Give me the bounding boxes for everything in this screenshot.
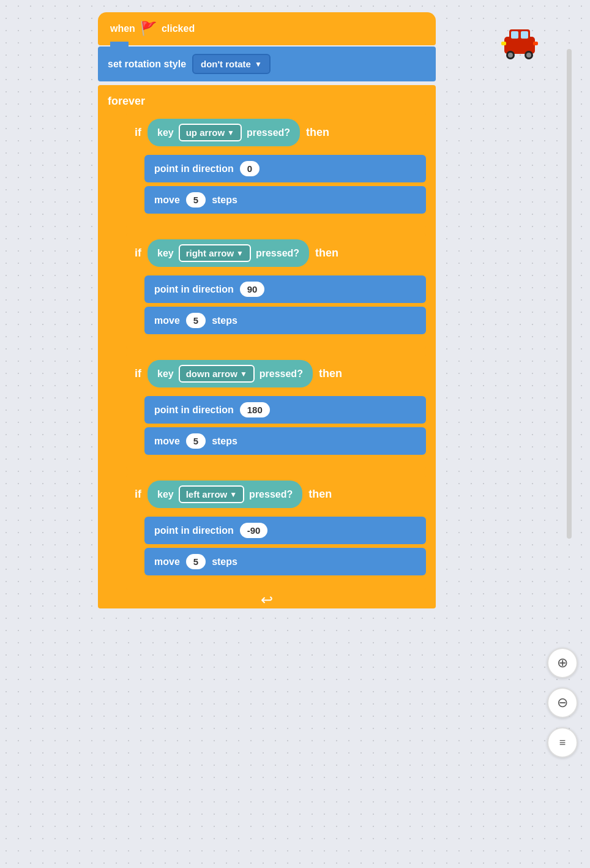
right-arrow-value: right arrow (186, 248, 234, 258)
if-label-2: if (135, 367, 141, 380)
forever-label: forever (108, 91, 426, 113)
key-label-2: key (157, 369, 174, 380)
if-label-1: if (135, 247, 141, 260)
rotation-style-dropdown[interactable]: don't rotate ▼ (192, 54, 271, 74)
move-label-3: move (154, 556, 180, 567)
pressed-label-0: pressed? (247, 127, 290, 138)
point-direction-block-1: point in direction 90 (144, 275, 426, 303)
svg-rect-2 (511, 31, 518, 39)
key-pressed-condition-1: key right arrow ▼ pressed? (148, 239, 309, 267)
set-rotation-block: set rotation style don't rotate ▼ (98, 47, 436, 81)
zoom-out-icon: ⊖ (557, 695, 568, 711)
pressed-label-1: pressed? (256, 248, 299, 259)
key-pressed-condition-2: key down arrow ▼ pressed? (148, 360, 313, 387)
steps-label-0: steps (212, 195, 237, 206)
scrollbar[interactable] (567, 49, 572, 539)
down-arrow-value: down arrow (186, 369, 237, 379)
up-arrow-dropdown[interactable]: up arrow ▼ (179, 124, 242, 141)
point-label-1: point in direction (154, 284, 234, 295)
forever-block: forever if key up arrow ▼ pressed? then (98, 85, 436, 608)
point-label-2: point in direction (154, 405, 234, 416)
steps-label-3: steps (212, 556, 237, 567)
point-direction-block-2: point in direction 180 (144, 396, 426, 424)
zoom-fit-icon: ≡ (559, 736, 566, 749)
set-rotation-label: set rotation style (108, 59, 186, 70)
sprite-car (498, 18, 541, 61)
steps-label-1: steps (212, 315, 237, 326)
right-arrow-dropdown-arrow: ▼ (236, 249, 244, 258)
key-label-1: key (157, 248, 174, 259)
svg-rect-3 (521, 31, 528, 39)
then-label-2: then (319, 367, 342, 380)
down-arrow-dropdown-arrow: ▼ (240, 370, 247, 378)
move-value-1[interactable]: 5 (186, 313, 206, 328)
left-arrow-dropdown-arrow: ▼ (230, 490, 237, 499)
pressed-label-2: pressed? (260, 369, 303, 380)
key-pressed-condition-3: key left arrow ▼ pressed? (148, 481, 302, 508)
point-value-0[interactable]: 0 (240, 161, 260, 176)
point-label-0: point in direction (154, 163, 234, 174)
point-label-3: point in direction (154, 525, 234, 536)
point-direction-block-3: point in direction -90 (144, 517, 426, 544)
point-value-3[interactable]: -90 (240, 523, 268, 538)
svg-point-7 (526, 53, 531, 58)
svg-rect-9 (533, 42, 538, 45)
then-label-3: then (308, 488, 332, 501)
move-value-3[interactable]: 5 (186, 554, 206, 569)
if-label-0: if (135, 126, 141, 139)
if-right-arrow-block: if key right arrow ▼ pressed? then point… (126, 233, 426, 349)
point-value-1[interactable]: 90 (240, 282, 265, 297)
pressed-label-3: pressed? (249, 489, 293, 500)
green-flag-icon: 🚩 (140, 21, 157, 37)
then-label-1: then (315, 247, 338, 260)
move-value-2[interactable]: 5 (186, 433, 206, 449)
move-steps-block-0: move 5 steps (144, 186, 426, 214)
move-value-0[interactable]: 5 (186, 192, 206, 208)
up-arrow-dropdown-arrow: ▼ (227, 129, 234, 137)
down-arrow-dropdown[interactable]: down arrow ▼ (179, 365, 255, 383)
point-direction-block-0: point in direction 0 (144, 155, 426, 182)
when-label: when (110, 23, 135, 34)
rotation-dropdown-arrow: ▼ (255, 60, 262, 69)
forever-bottom: ↩ (108, 596, 426, 608)
rotation-dropdown-value: don't rotate (201, 59, 251, 69)
car-sprite-svg (498, 18, 541, 67)
left-arrow-dropdown[interactable]: left arrow ▼ (179, 485, 244, 503)
move-label-0: move (154, 195, 180, 206)
point-value-2[interactable]: 180 (240, 402, 270, 417)
zoom-in-icon: ⊕ (557, 655, 568, 671)
if-label-3: if (135, 488, 141, 501)
then-label-0: then (306, 126, 329, 139)
up-arrow-value: up arrow (186, 127, 225, 138)
left-arrow-value: left arrow (186, 489, 228, 499)
right-arrow-dropdown[interactable]: right arrow ▼ (179, 244, 251, 262)
move-steps-block-2: move 5 steps (144, 427, 426, 455)
when-clicked-block: when 🚩 clicked (98, 12, 436, 45)
if-up-arrow-block: if key up arrow ▼ pressed? then point in… (126, 113, 426, 228)
zoom-fit-button[interactable]: ≡ (547, 727, 578, 758)
if-left-arrow-block: if key left arrow ▼ pressed? then point … (126, 474, 426, 590)
move-label-2: move (154, 436, 180, 447)
steps-label-2: steps (212, 436, 237, 447)
key-label-3: key (157, 489, 174, 500)
move-label-1: move (154, 315, 180, 326)
clicked-label: clicked (162, 23, 195, 34)
zoom-out-button[interactable]: ⊖ (547, 687, 578, 718)
if-down-arrow-block: if key down arrow ▼ pressed? then point … (126, 354, 426, 470)
zoom-in-button[interactable]: ⊕ (547, 648, 578, 678)
move-steps-block-3: move 5 steps (144, 548, 426, 575)
key-pressed-condition-0: key up arrow ▼ pressed? (148, 119, 300, 146)
key-label-0: key (157, 127, 174, 138)
forever-curve-icon: ↩ (261, 591, 273, 608)
svg-point-5 (508, 53, 513, 58)
svg-rect-8 (501, 42, 506, 45)
move-steps-block-1: move 5 steps (144, 307, 426, 334)
